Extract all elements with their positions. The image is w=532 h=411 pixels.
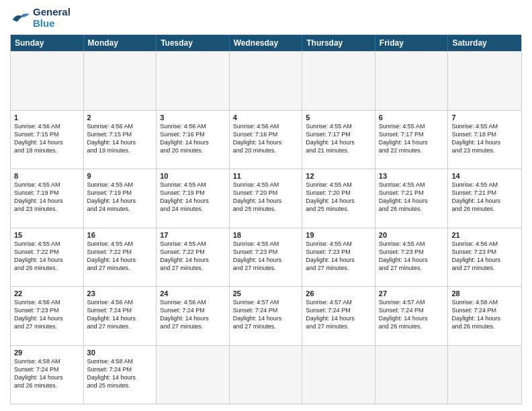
day-number: 28 xyxy=(451,289,518,298)
calendar-cell: 3Sunrise: 4:56 AMSunset: 7:16 PMDaylight… xyxy=(157,111,230,169)
calendar-cell: 5Sunrise: 4:55 AMSunset: 7:17 PMDaylight… xyxy=(302,111,375,169)
logo-text: General Blue xyxy=(33,7,71,29)
page: General Blue SundayMondayTuesdayWednesda… xyxy=(0,0,532,411)
calendar-cell: 21Sunrise: 4:56 AMSunset: 7:23 PMDayligh… xyxy=(448,228,521,287)
calendar-cell: 9Sunrise: 4:55 AMSunset: 7:19 PMDaylight… xyxy=(84,169,157,228)
calendar-body: 1Sunrise: 4:56 AMSunset: 7:15 PMDaylight… xyxy=(11,51,521,404)
cell-info: Sunrise: 4:55 AMSunset: 7:19 PMDaylight:… xyxy=(14,181,80,214)
calendar-cell xyxy=(157,346,230,404)
day-number: 15 xyxy=(14,231,80,239)
calendar-cell xyxy=(448,52,521,110)
day-number: 2 xyxy=(87,113,153,122)
cell-info: Sunrise: 4:56 AMSunset: 7:24 PMDaylight:… xyxy=(87,298,153,331)
calendar-cell xyxy=(302,52,375,110)
cell-info: Sunrise: 4:55 AMSunset: 7:21 PMDaylight:… xyxy=(451,181,518,214)
calendar-cell: 26Sunrise: 4:57 AMSunset: 7:24 PMDayligh… xyxy=(302,287,375,345)
cell-info: Sunrise: 4:56 AMSunset: 7:24 PMDaylight:… xyxy=(160,298,226,331)
day-number: 11 xyxy=(233,172,299,180)
calendar-cell: 4Sunrise: 4:56 AMSunset: 7:16 PMDaylight… xyxy=(230,111,303,169)
day-of-week-wednesday: Wednesday xyxy=(230,35,303,51)
cell-info: Sunrise: 4:55 AMSunset: 7:22 PMDaylight:… xyxy=(87,240,153,273)
cell-info: Sunrise: 4:55 AMSunset: 7:20 PMDaylight:… xyxy=(233,181,299,214)
day-number: 5 xyxy=(306,113,371,122)
calendar-cell: 7Sunrise: 4:55 AMSunset: 7:18 PMDaylight… xyxy=(448,111,521,169)
cell-info: Sunrise: 4:57 AMSunset: 7:24 PMDaylight:… xyxy=(379,298,445,331)
calendar-cell: 14Sunrise: 4:55 AMSunset: 7:21 PMDayligh… xyxy=(448,169,521,228)
day-number: 8 xyxy=(14,172,80,180)
cell-info: Sunrise: 4:55 AMSunset: 7:22 PMDaylight:… xyxy=(160,240,226,273)
calendar-cell: 20Sunrise: 4:55 AMSunset: 7:23 PMDayligh… xyxy=(375,228,449,287)
day-of-week-tuesday: Tuesday xyxy=(157,35,230,51)
cell-info: Sunrise: 4:56 AMSunset: 7:23 PMDaylight:… xyxy=(451,240,518,273)
day-of-week-friday: Friday xyxy=(375,35,449,51)
calendar: SundayMondayTuesdayWednesdayThursdayFrid… xyxy=(10,34,522,404)
cell-info: Sunrise: 4:58 AMSunset: 7:24 PMDaylight:… xyxy=(451,298,518,331)
day-number: 27 xyxy=(379,289,445,298)
cell-info: Sunrise: 4:57 AMSunset: 7:24 PMDaylight:… xyxy=(233,298,299,331)
calendar-cell: 12Sunrise: 4:55 AMSunset: 7:20 PMDayligh… xyxy=(302,169,375,228)
day-of-week-monday: Monday xyxy=(84,35,157,51)
cell-info: Sunrise: 4:56 AMSunset: 7:23 PMDaylight:… xyxy=(14,298,80,331)
calendar-cell: 1Sunrise: 4:56 AMSunset: 7:15 PMDaylight… xyxy=(11,111,84,169)
cell-info: Sunrise: 4:55 AMSunset: 7:18 PMDaylight:… xyxy=(451,122,518,155)
calendar-row-4: 22Sunrise: 4:56 AMSunset: 7:23 PMDayligh… xyxy=(11,286,521,345)
cell-info: Sunrise: 4:55 AMSunset: 7:19 PMDaylight:… xyxy=(87,181,153,214)
cell-info: Sunrise: 4:56 AMSunset: 7:16 PMDaylight:… xyxy=(233,122,299,155)
day-number: 23 xyxy=(87,289,153,298)
calendar-cell xyxy=(230,346,303,404)
cell-info: Sunrise: 4:55 AMSunset: 7:23 PMDaylight:… xyxy=(306,240,371,273)
day-number: 12 xyxy=(306,172,371,180)
calendar-cell xyxy=(302,346,375,404)
day-number: 9 xyxy=(87,172,153,180)
cell-info: Sunrise: 4:55 AMSunset: 7:21 PMDaylight:… xyxy=(379,181,445,214)
day-number: 6 xyxy=(379,113,445,122)
day-number: 26 xyxy=(306,289,371,298)
calendar-cell xyxy=(448,346,521,404)
day-number: 13 xyxy=(379,172,445,180)
logo: General Blue xyxy=(10,7,71,29)
calendar-row-3: 15Sunrise: 4:55 AMSunset: 7:22 PMDayligh… xyxy=(11,228,521,287)
day-number: 22 xyxy=(14,289,80,298)
cell-info: Sunrise: 4:56 AMSunset: 7:15 PMDaylight:… xyxy=(14,122,80,155)
day-number: 21 xyxy=(451,231,518,239)
cell-info: Sunrise: 4:57 AMSunset: 7:24 PMDaylight:… xyxy=(306,298,371,331)
calendar-cell: 17Sunrise: 4:55 AMSunset: 7:22 PMDayligh… xyxy=(157,228,230,287)
day-number: 3 xyxy=(160,113,226,122)
calendar-cell: 27Sunrise: 4:57 AMSunset: 7:24 PMDayligh… xyxy=(375,287,449,345)
calendar-cell: 29Sunrise: 4:58 AMSunset: 7:24 PMDayligh… xyxy=(11,346,84,404)
cell-info: Sunrise: 4:55 AMSunset: 7:19 PMDaylight:… xyxy=(160,181,226,214)
calendar-cell: 8Sunrise: 4:55 AMSunset: 7:19 PMDaylight… xyxy=(11,169,84,228)
calendar-cell xyxy=(84,52,157,110)
day-number: 20 xyxy=(379,231,445,239)
day-of-week-sunday: Sunday xyxy=(11,35,84,51)
calendar-cell: 10Sunrise: 4:55 AMSunset: 7:19 PMDayligh… xyxy=(157,169,230,228)
calendar-row-5: 29Sunrise: 4:58 AMSunset: 7:24 PMDayligh… xyxy=(11,345,521,404)
calendar-cell xyxy=(375,52,449,110)
cell-info: Sunrise: 4:55 AMSunset: 7:17 PMDaylight:… xyxy=(306,122,371,155)
calendar-cell: 2Sunrise: 4:56 AMSunset: 7:15 PMDaylight… xyxy=(84,111,157,169)
calendar-cell: 30Sunrise: 4:58 AMSunset: 7:24 PMDayligh… xyxy=(84,346,157,404)
calendar-cell xyxy=(230,52,303,110)
cell-info: Sunrise: 4:55 AMSunset: 7:20 PMDaylight:… xyxy=(306,181,371,214)
day-number: 10 xyxy=(160,172,226,180)
calendar-cell: 6Sunrise: 4:55 AMSunset: 7:17 PMDaylight… xyxy=(375,111,449,169)
day-of-week-thursday: Thursday xyxy=(302,35,375,51)
header: General Blue xyxy=(10,7,522,29)
day-number: 14 xyxy=(451,172,518,180)
day-number: 1 xyxy=(14,113,80,122)
calendar-cell xyxy=(375,346,449,404)
day-of-week-saturday: Saturday xyxy=(448,35,521,51)
day-number: 4 xyxy=(233,113,299,122)
calendar-row-1: 1Sunrise: 4:56 AMSunset: 7:15 PMDaylight… xyxy=(11,110,521,169)
day-number: 30 xyxy=(87,349,153,357)
cell-info: Sunrise: 4:58 AMSunset: 7:24 PMDaylight:… xyxy=(14,357,80,390)
cell-info: Sunrise: 4:55 AMSunset: 7:22 PMDaylight:… xyxy=(14,240,80,273)
cell-info: Sunrise: 4:58 AMSunset: 7:24 PMDaylight:… xyxy=(87,357,153,390)
calendar-cell: 11Sunrise: 4:55 AMSunset: 7:20 PMDayligh… xyxy=(230,169,303,228)
calendar-cell: 15Sunrise: 4:55 AMSunset: 7:22 PMDayligh… xyxy=(11,228,84,287)
day-number: 17 xyxy=(160,231,226,239)
cell-info: Sunrise: 4:55 AMSunset: 7:17 PMDaylight:… xyxy=(379,122,445,155)
calendar-row-0 xyxy=(11,51,521,110)
calendar-cell: 28Sunrise: 4:58 AMSunset: 7:24 PMDayligh… xyxy=(448,287,521,345)
calendar-cell: 24Sunrise: 4:56 AMSunset: 7:24 PMDayligh… xyxy=(157,287,230,345)
